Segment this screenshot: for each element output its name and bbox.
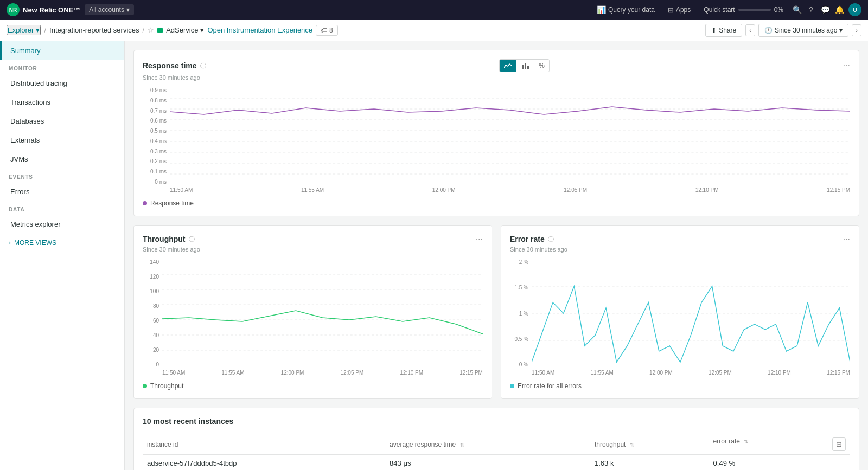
sidebar-item-jvms[interactable]: JVMs	[0, 150, 124, 169]
sidebar-more-views[interactable]: › MORE VIEWS	[0, 234, 124, 252]
sidebar-item-summary[interactable]: Summary	[0, 41, 124, 60]
throughput-y-axis: 140120100806040200	[143, 259, 162, 368]
share-icon: ⬆	[711, 27, 717, 34]
throughput-svg	[162, 259, 483, 368]
sidebar-item-distributed-tracing[interactable]: Distributed tracing	[0, 74, 124, 93]
response-x-axis: 11:50 AM11:55 AM12:00 PM12:05 PM12:10 PM…	[170, 185, 850, 195]
help-icon[interactable]: ?	[806, 5, 816, 15]
col-throughput[interactable]: throughput ⇅	[590, 434, 709, 455]
throughput-card: Throughput ⓘ ··· Since 30 minutes ago 14…	[133, 225, 492, 399]
response-time-info-icon[interactable]: ⓘ	[200, 62, 206, 70]
error-legend-dot	[510, 384, 514, 388]
chart-icon: 📊	[597, 5, 606, 14]
tag-button[interactable]: 🏷 8	[316, 25, 338, 36]
open-instrumentation-button[interactable]: Open Instrumentation Experience	[207, 26, 312, 34]
error-y-axis: 2 %1.5 %1 %0.5 %0 %	[510, 259, 532, 368]
error-rate-more-button[interactable]: ···	[843, 234, 850, 244]
throughput-legend-dot	[143, 384, 147, 388]
clock-icon: 🕐	[764, 27, 773, 34]
user-avatar[interactable]: U	[848, 3, 861, 16]
service-status-dot	[157, 28, 163, 33]
error-rate-svg	[532, 259, 850, 368]
cell-instance-id: adservice-57f7dddbd5-4tbdp	[143, 455, 385, 471]
cell-error-rate: 0.49 %	[709, 455, 850, 471]
response-time-legend: Response time	[143, 199, 850, 207]
table-header-row: instance id average response time ⇅ thro…	[143, 434, 850, 455]
sidebar: Summary MONITOR Distributed tracing Tran…	[0, 41, 125, 470]
main-content: Response time ⓘ % ··· Since 30 minutes a…	[125, 41, 868, 470]
star-icon[interactable]: ☆	[148, 26, 154, 34]
sidebar-section-monitor: MONITOR	[0, 60, 124, 74]
instances-table-title: 10 most recent instances	[143, 417, 850, 426]
sidebar-item-transactions[interactable]: Transactions	[0, 93, 124, 112]
toggle-bar-button[interactable]	[517, 60, 533, 72]
back-arrow-button[interactable]: ‹	[745, 24, 755, 36]
query-data-button[interactable]: 📊 Query your data	[592, 5, 659, 14]
sidebar-section-events: EVENTS	[0, 169, 124, 182]
notifications-icon[interactable]: 🔔	[834, 5, 844, 15]
share-button[interactable]: ⬆ Share	[705, 24, 742, 37]
throughput-title: Throughput	[143, 235, 186, 243]
throughput-info-icon[interactable]: ⓘ	[189, 235, 195, 243]
error-rate-header: Error rate ⓘ ···	[510, 234, 850, 244]
response-legend-dot	[143, 201, 147, 205]
response-time-subtitle: Since 30 minutes ago	[143, 74, 850, 81]
apps-button[interactable]: ⊞ Apps	[663, 6, 695, 14]
sidebar-item-metrics-explorer[interactable]: Metrics explorer	[0, 215, 124, 234]
throughput-legend: Throughput	[143, 382, 483, 390]
throughput-svg-wrap: 11:50 AM11:55 AM12:00 PM12:05 PM12:10 PM…	[162, 259, 483, 378]
col-avg-response[interactable]: average response time ⇅	[385, 434, 590, 455]
explorer-button[interactable]: Explorer ▾	[7, 25, 41, 35]
feedback-icon[interactable]: 💬	[820, 5, 830, 15]
sidebar-item-errors[interactable]: Errors	[0, 182, 124, 201]
response-time-more-button[interactable]: ···	[843, 61, 850, 70]
main-layout: Summary MONITOR Distributed tracing Tran…	[0, 41, 868, 470]
sidebar-item-databases[interactable]: Databases	[0, 112, 124, 131]
logo: NR New Relic ONE™	[7, 3, 80, 16]
error-rate-legend: Error rate for all errors	[510, 382, 850, 390]
col-error-rate[interactable]: error rate ⇅ ⊟	[709, 434, 850, 455]
response-time-card: Response time ⓘ % ··· Since 30 minutes a…	[133, 50, 859, 216]
chart-toggle-group: %	[499, 59, 550, 72]
svg-rect-1	[525, 63, 526, 69]
filter-button[interactable]: ⊟	[832, 437, 846, 451]
throughput-more-button[interactable]: ···	[476, 234, 483, 244]
response-time-svg	[170, 87, 850, 185]
toggle-area-button[interactable]	[500, 60, 516, 72]
service-name-button[interactable]: AdService ▾	[166, 26, 204, 34]
grid-icon: ⊞	[668, 6, 674, 14]
error-rate-info-icon[interactable]: ⓘ	[548, 235, 554, 243]
throughput-subtitle: Since 30 minutes ago	[143, 246, 483, 253]
response-time-chart-area: 0.9 ms0.8 ms0.7 ms0.6 ms0.5 ms0.4 ms0.3 …	[143, 87, 850, 195]
cell-throughput: 1.63 k	[590, 455, 709, 471]
error-rate-card: Error rate ⓘ ··· Since 30 minutes ago 2 …	[501, 225, 859, 399]
logo-icon: NR	[7, 3, 20, 16]
search-icon[interactable]: 🔍	[792, 5, 802, 15]
error-rate-chart-area: 2 %1.5 %1 %0.5 %0 % 11:50 AM11:55 AM12:0…	[510, 259, 850, 378]
quick-start-button[interactable]: Quick start 0%	[699, 6, 788, 14]
progress-bar	[738, 9, 771, 11]
tag-icon: 🏷	[321, 27, 327, 34]
sidebar-item-externals[interactable]: Externals	[0, 131, 124, 150]
response-y-axis: 0.9 ms0.8 ms0.7 ms0.6 ms0.5 ms0.4 ms0.3 …	[143, 87, 170, 185]
breadcrumb-sep1: /	[44, 26, 46, 34]
sort-icon-response: ⇅	[460, 442, 464, 448]
sort-icon-error-rate: ⇅	[744, 439, 748, 445]
sort-icon-throughput: ⇅	[630, 442, 634, 448]
col-instance-id[interactable]: instance id	[143, 434, 385, 455]
accounts-button[interactable]: All accounts ▾	[85, 4, 134, 15]
forward-arrow-button[interactable]: ›	[852, 24, 861, 36]
cell-avg-response: 843 μs	[385, 455, 590, 471]
error-rate-title: Error rate	[510, 235, 545, 243]
breadcrumb-bar: Explorer ▾ / Integration-reported servic…	[0, 20, 868, 41]
instances-table: instance id average response time ⇅ thro…	[143, 434, 850, 470]
time-range-button[interactable]: 🕐 Since 30 minutes ago ▾	[758, 24, 848, 37]
table-row: adservice-57f7dddbd5-4tbdp 843 μs 1.63 k…	[143, 455, 850, 471]
two-col-charts: Throughput ⓘ ··· Since 30 minutes ago 14…	[133, 225, 859, 408]
error-x-axis: 11:50 AM11:55 AM12:00 PM12:05 PM12:10 PM…	[532, 368, 850, 378]
breadcrumb-sep2: /	[143, 26, 145, 34]
logo-text: New Relic ONE™	[23, 6, 80, 14]
error-rate-svg-wrap: 11:50 AM11:55 AM12:00 PM12:05 PM12:10 PM…	[532, 259, 850, 378]
throughput-chart-area: 140120100806040200	[143, 259, 483, 378]
toggle-percent-button[interactable]: %	[534, 60, 549, 72]
